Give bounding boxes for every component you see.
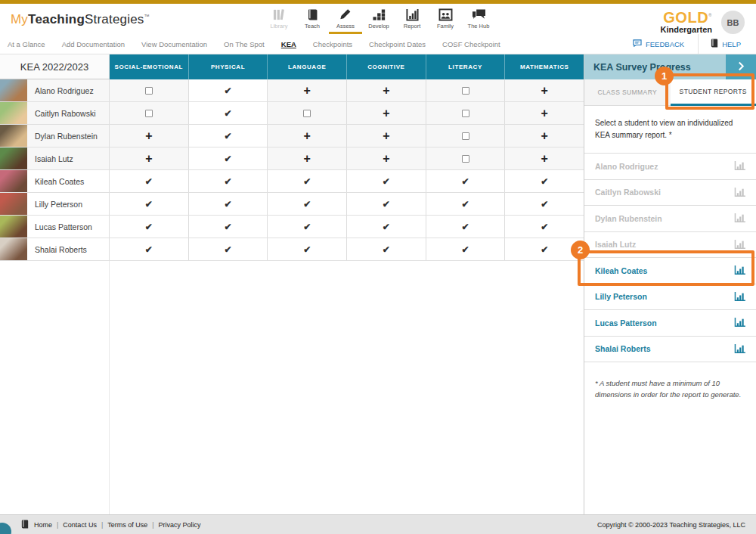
subnav-item-at-a-glance[interactable]: At a Glance <box>8 40 45 48</box>
bar-chart-icon <box>734 161 745 171</box>
cell-alano-rodriguez-cognitive[interactable]: + <box>347 79 426 101</box>
cell-caitlyn-rabowski-literacy[interactable] <box>426 102 506 124</box>
cell-lilly-peterson-language[interactable]: ✔ <box>268 193 347 215</box>
student-photo <box>0 170 27 192</box>
user-avatar[interactable]: BB <box>721 11 745 34</box>
cell-lilly-peterson-cognitive[interactable]: ✔ <box>347 193 426 215</box>
subnav-item-on-the-spot[interactable]: On The Spot <box>224 40 265 48</box>
cell-isaiah-lutz-cognitive[interactable]: + <box>347 147 426 169</box>
cell-dylan-rubenstein-language[interactable]: + <box>268 125 347 147</box>
cell-isaiah-lutz-physical[interactable]: ✔ <box>189 147 268 169</box>
cell-caitlyn-rabowski-physical[interactable]: ✔ <box>189 102 268 124</box>
cell-alano-rodriguez-language[interactable]: + <box>268 79 347 101</box>
cell-caitlyn-rabowski-social-emotional[interactable] <box>110 102 189 124</box>
subnav-item-kea[interactable]: KEA <box>281 40 296 48</box>
empty-checkbox-icon <box>462 110 469 117</box>
nav-item-teach[interactable]: Teach <box>296 4 329 34</box>
cell-lilly-peterson-social-emotional[interactable]: ✔ <box>110 193 189 215</box>
cell-shalai-roberts-physical[interactable]: ✔ <box>189 238 268 260</box>
plus-icon: + <box>383 107 389 120</box>
cell-kileah-coates-cognitive[interactable]: ✔ <box>347 170 426 192</box>
cell-dylan-rubenstein-social-emotional[interactable]: + <box>110 125 189 147</box>
cell-dylan-rubenstein-physical[interactable]: ✔ <box>189 125 268 147</box>
feedback-button[interactable]: FEEDBACK <box>633 39 684 48</box>
panel-student-lilly-peterson[interactable]: Lilly Peterson <box>584 284 756 311</box>
corner-chat-bubble[interactable] <box>0 523 11 534</box>
cell-lucas-patterson-literacy[interactable]: ✔ <box>426 216 506 238</box>
annotation-step-1: 1 <box>655 67 674 85</box>
column-header-physical: PHYSICAL <box>189 54 268 79</box>
nav-item-family[interactable]: Family <box>429 4 462 34</box>
cell-lucas-patterson-cognitive[interactable]: ✔ <box>347 216 426 238</box>
nav-item-develop[interactable]: Develop <box>362 4 395 34</box>
cell-isaiah-lutz-social-emotional[interactable]: + <box>110 147 189 169</box>
cell-kileah-coates-literacy[interactable]: ✔ <box>426 170 506 192</box>
subnav-item-checkpoints[interactable]: Checkpoints <box>313 40 352 48</box>
nav-item-report[interactable]: Report <box>395 4 429 34</box>
app-logo[interactable]: MyTeachingStrategies™ <box>11 12 150 27</box>
cell-dylan-rubenstein-mathematics[interactable]: + <box>505 125 584 147</box>
cell-alano-rodriguez-social-emotional[interactable] <box>110 79 189 101</box>
cell-kileah-coates-language[interactable]: ✔ <box>268 170 347 192</box>
cell-isaiah-lutz-literacy[interactable] <box>426 147 506 169</box>
cell-alano-rodriguez-literacy[interactable] <box>426 79 506 101</box>
cell-lucas-patterson-language[interactable]: ✔ <box>268 216 347 238</box>
plus-icon: + <box>541 130 548 142</box>
checkmark-icon: ✔ <box>383 199 390 210</box>
footer-link-contact-us[interactable]: Contact Us <box>63 521 97 529</box>
subnav-item-view-documentation[interactable]: View Documentation <box>141 40 207 48</box>
cell-shalai-roberts-social-emotional[interactable]: ✔ <box>110 238 189 260</box>
cell-caitlyn-rabowski-mathematics[interactable]: + <box>505 102 584 124</box>
cell-lucas-patterson-physical[interactable]: ✔ <box>189 216 268 238</box>
cell-lilly-peterson-literacy[interactable]: ✔ <box>426 193 506 215</box>
hub-icon <box>472 8 486 21</box>
nav-item-assess[interactable]: Assess <box>329 4 362 34</box>
annotation-step-2: 2 <box>571 241 590 259</box>
cell-lucas-patterson-social-emotional[interactable]: ✔ <box>110 216 189 238</box>
cell-dylan-rubenstein-cognitive[interactable]: + <box>347 125 426 147</box>
subnav-item-add-documentation[interactable]: Add Documentation <box>62 40 125 48</box>
footer-link-terms-of-use[interactable]: Terms of Use <box>107 521 147 529</box>
panel-student-lucas-patterson[interactable]: Lucas Patterson <box>584 310 756 337</box>
cell-lucas-patterson-mathematics[interactable]: ✔ <box>505 216 584 238</box>
tab-class-summary[interactable]: CLASS SUMMARY <box>584 79 671 106</box>
cell-lilly-peterson-physical[interactable]: ✔ <box>189 193 268 215</box>
footer-link-home[interactable]: Home <box>34 521 52 529</box>
subnav-item-checkpoint-dates[interactable]: Checkpoint Dates <box>369 40 426 48</box>
checkmark-icon: ✔ <box>224 222 231 232</box>
table-row-caitlyn-rabowski: Caitlyn Rabowski✔++ <box>0 102 584 125</box>
checkmark-icon: ✔ <box>541 222 548 232</box>
column-header-language: LANGUAGE <box>268 54 347 79</box>
footer-link-privacy-policy[interactable]: Privacy Policy <box>159 521 201 529</box>
table-row-kileah-coates: Kileah Coates✔✔✔✔✔✔ <box>0 170 584 193</box>
cell-kileah-coates-mathematics[interactable]: ✔ <box>505 170 584 192</box>
checkmark-icon: ✔ <box>461 199 469 210</box>
tab-student-reports[interactable]: STUDENT REPORTS <box>671 79 756 106</box>
assess-icon <box>339 8 353 21</box>
panel-expand-button[interactable] <box>726 54 756 79</box>
cell-alano-rodriguez-physical[interactable]: ✔ <box>189 79 268 101</box>
cell-dylan-rubenstein-literacy[interactable] <box>426 125 506 147</box>
panel-student-shalai-roberts[interactable]: Shalai Roberts <box>584 337 756 363</box>
cell-isaiah-lutz-language[interactable]: + <box>268 147 347 169</box>
subnav-item-cosf-checkpoint[interactable]: COSF Checkpoint <box>442 40 500 48</box>
cell-alano-rodriguez-mathematics[interactable]: + <box>505 79 584 101</box>
cell-shalai-roberts-cognitive[interactable]: ✔ <box>347 238 426 260</box>
help-button[interactable]: HELP <box>711 39 741 49</box>
cell-kileah-coates-social-emotional[interactable]: ✔ <box>110 170 189 192</box>
checkmark-icon: ✔ <box>145 199 153 210</box>
cell-shalai-roberts-literacy[interactable]: ✔ <box>426 238 506 260</box>
cell-caitlyn-rabowski-language[interactable] <box>268 102 347 124</box>
panel-student-kileah-coates[interactable]: Kileah Coates <box>584 258 756 284</box>
cell-kileah-coates-physical[interactable]: ✔ <box>189 170 268 192</box>
nav-item-the-hub[interactable]: The Hub <box>462 4 495 34</box>
cell-shalai-roberts-language[interactable]: ✔ <box>268 238 347 260</box>
checkmark-icon: ✔ <box>224 131 231 141</box>
cell-caitlyn-rabowski-cognitive[interactable]: + <box>347 102 426 124</box>
student-photo <box>0 102 27 124</box>
cell-lilly-peterson-mathematics[interactable]: ✔ <box>505 193 584 215</box>
panel-student-name: Isaiah Lutz <box>595 240 636 249</box>
panel-student-isaiah-lutz: Isaiah Lutz <box>584 232 756 259</box>
panel-student-caitlyn-rabowski: Caitlyn Rabowski <box>584 180 756 206</box>
cell-isaiah-lutz-mathematics[interactable]: + <box>505 147 584 169</box>
